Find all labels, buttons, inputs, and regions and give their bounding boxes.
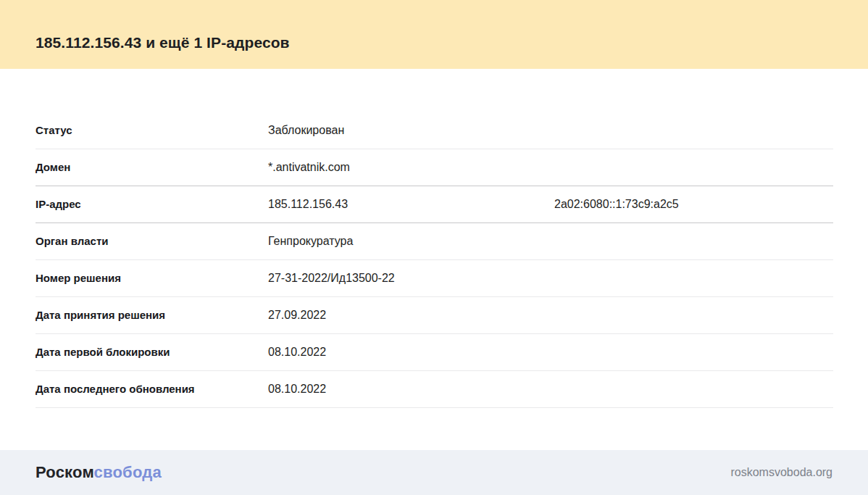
row-label: Дата последнего обновления bbox=[36, 382, 268, 396]
table-row: Дата последнего обновления 08.10.2022 bbox=[36, 371, 833, 408]
table-row: Домен *.antivatnik.com bbox=[36, 149, 833, 186]
main-content: Статус Заблокирован Домен *.antivatnik.c… bbox=[0, 69, 868, 450]
row-value-secondary: 2a02:6080::1:73c9:a2c5 bbox=[554, 197, 833, 212]
site-url-link[interactable]: roskomsvoboda.org bbox=[730, 466, 832, 479]
row-label: Орган власти bbox=[36, 234, 268, 249]
row-label: Дата первой блокировки bbox=[36, 345, 268, 359]
row-label: Домен bbox=[36, 160, 268, 175]
page-footer: Роскомсвобода roskomsvoboda.org bbox=[0, 450, 868, 495]
row-value: 08.10.2022 bbox=[268, 382, 554, 396]
row-label: Дата принятия решения bbox=[36, 308, 268, 323]
table-row: IP-адрес 185.112.156.43 2a02:6080::1:73c… bbox=[36, 186, 833, 223]
row-value: 27-31-2022/Ид13500-22 bbox=[268, 271, 554, 286]
row-label: Номер решения bbox=[36, 271, 268, 286]
row-value: 185.112.156.43 bbox=[268, 197, 554, 212]
details-table: Статус Заблокирован Домен *.antivatnik.c… bbox=[36, 112, 833, 408]
row-value: Заблокирован bbox=[268, 123, 554, 138]
logo-text-primary: Роском bbox=[36, 463, 94, 481]
row-value: 08.10.2022 bbox=[268, 345, 554, 359]
row-value: Генпрокуратура bbox=[268, 234, 554, 249]
row-value: 27.09.2022 bbox=[268, 308, 554, 323]
row-label: Статус bbox=[36, 123, 268, 138]
table-row: Дата первой блокировки 08.10.2022 bbox=[36, 334, 833, 371]
table-row: Номер решения 27-31-2022/Ид13500-22 bbox=[36, 260, 833, 297]
row-value: *.antivatnik.com bbox=[268, 160, 554, 175]
roskomsvoboda-logo[interactable]: Роскомсвобода bbox=[36, 463, 162, 482]
table-row: Орган власти Генпрокуратура bbox=[36, 223, 833, 260]
page-header: 185.112.156.43 и ещё 1 IP-адресов bbox=[0, 0, 868, 69]
table-row: Статус Заблокирован bbox=[36, 112, 833, 149]
table-row: Дата принятия решения 27.09.2022 bbox=[36, 297, 833, 334]
row-label: IP-адрес bbox=[36, 197, 268, 212]
page-title: 185.112.156.43 и ещё 1 IP-адресов bbox=[36, 34, 290, 51]
logo-text-accent: свобода bbox=[94, 463, 162, 481]
